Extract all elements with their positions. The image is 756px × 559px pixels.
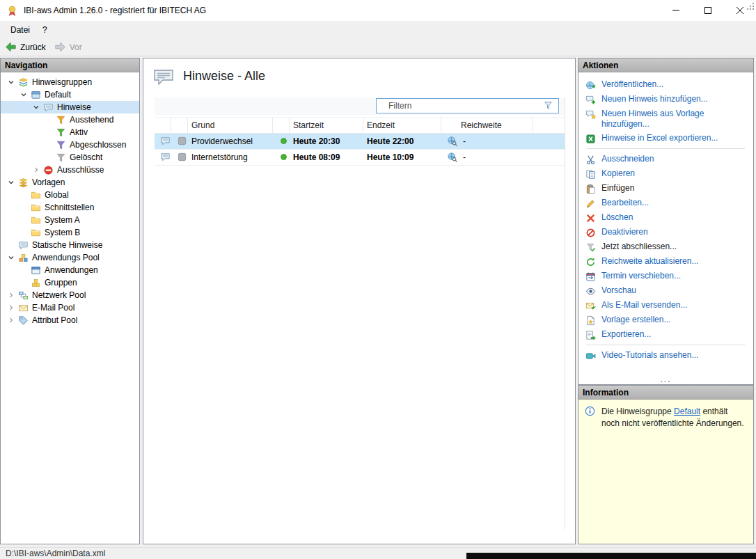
chevron-spacer (42, 139, 55, 150)
back-button[interactable]: Zurück (5, 41, 46, 53)
tree-item-schnittstellen[interactable]: Schnittstellen (1, 201, 139, 214)
column-header-icon[interactable] (155, 118, 171, 133)
action-bearbeiten[interactable]: Bearbeiten... (585, 196, 753, 210)
menu-help[interactable]: ? (36, 22, 54, 38)
tree-item-anwendungs-pool[interactable]: Anwendungs Pool (1, 251, 139, 264)
action-exportieren[interactable]: Exportieren... (585, 327, 753, 342)
templates-icon (17, 177, 29, 188)
tree-item-label: Hinweisgruppen (32, 77, 92, 87)
status-active-icon (278, 152, 290, 163)
action-als-e-mail-versenden[interactable]: Als E-Mail versenden... (585, 298, 753, 313)
tree-item-label: Ausstehend (70, 115, 113, 125)
column-header-icon[interactable] (273, 118, 290, 133)
folder-icon (30, 227, 42, 238)
information-panel: Information Die Hinweisgruppe Default en… (578, 385, 754, 544)
preview-icon (585, 285, 597, 297)
hint-row-internetstorung[interactable]: InternetstörungHeute 08:09Heute 10:09- (155, 150, 565, 166)
tree-item-e-mail-pool[interactable]: E-Mail Pool (1, 301, 139, 314)
hint-row-providerwechsel[interactable]: ProviderwechselHeute 20:30Heute 22:00- (155, 134, 565, 150)
no-entry-icon (42, 164, 54, 175)
close-icon (737, 7, 743, 14)
chevron-right-icon[interactable] (5, 315, 17, 326)
action-einfugen[interactable]: Einfügen (585, 181, 753, 196)
chevron-down-icon[interactable] (5, 252, 17, 263)
tree-item-default[interactable]: Default (1, 88, 139, 101)
status-cell (273, 134, 290, 149)
action-label: Löschen (601, 212, 633, 223)
column-header-startzeit[interactable]: Startzeit (290, 118, 363, 133)
edit-icon (585, 198, 597, 209)
status-cell (273, 150, 290, 165)
tree-item-gruppen[interactable]: Gruppen (1, 276, 139, 289)
chevron-right-icon[interactable] (5, 290, 17, 301)
chevron-spacer (17, 189, 30, 200)
mail-icon (17, 302, 29, 313)
tree-item-ausstehend[interactable]: Ausstehend (1, 113, 139, 126)
tree-item-netzwerk-pool[interactable]: Netzwerk Pool (1, 289, 139, 301)
action-veroffentlichen[interactable]: Veröffentlichen... (585, 77, 753, 92)
app-icon (6, 5, 18, 17)
actions-panel: Aktionen Veröffentlichen...Neuen Hinweis… (578, 58, 754, 385)
refresh-icon (585, 256, 597, 267)
reschedule-icon (585, 271, 597, 282)
column-header-reichweite[interactable]: Reichweite (441, 118, 533, 133)
tree-item-vorlagen[interactable]: Vorlagen (1, 176, 139, 189)
tree-item-hinweise[interactable]: Hinweise (1, 101, 139, 113)
minimize-button[interactable] (660, 0, 692, 22)
chevron-right-icon[interactable] (5, 302, 17, 313)
tree-item-attribut-pool[interactable]: Attribut Pool (1, 314, 139, 326)
tree-item-abgeschlossen[interactable]: Abgeschlossen (1, 139, 139, 151)
action-vorlage-erstellen[interactable]: Vorlage erstellen... (585, 313, 753, 327)
tree-item-label: Gruppen (45, 278, 77, 288)
action-label: Reichweite aktualisieren... (601, 256, 698, 267)
actions-overflow[interactable]: ... (578, 375, 753, 384)
tree-item-label: Anwendungs Pool (32, 253, 100, 262)
action-hinweise-in-excel-exportieren[interactable]: Hinweise in Excel exportieren... (585, 131, 753, 145)
action-neuen-hinweis-hinzufugen[interactable]: Neuen Hinweis hinzufügen... (585, 92, 753, 107)
action-video-tutorials-ansehen[interactable]: Video-Tutorials ansehen... (585, 348, 753, 363)
action-jetzt-abschliessen[interactable]: Jetzt abschliessen... (585, 239, 753, 254)
send-mail-icon (585, 300, 597, 311)
tree-item-label: Anwendungen (45, 265, 98, 275)
action-loschen[interactable]: Löschen (585, 210, 753, 225)
tree-item-label: Vorlagen (32, 178, 65, 187)
maximize-button[interactable] (692, 0, 724, 22)
chevron-down-icon[interactable] (30, 102, 42, 113)
default-group-link[interactable]: Default (674, 407, 700, 416)
chevron-down-icon[interactable] (5, 77, 17, 88)
chevron-down-icon[interactable] (17, 89, 30, 100)
action-termin-verschieben[interactable]: Termin verschieben... (585, 269, 753, 283)
column-header-endzeit[interactable]: Endzeit (363, 118, 441, 133)
tree-item-global[interactable]: Global (1, 189, 139, 201)
menu-datei[interactable]: Datei (4, 22, 36, 38)
column-header-icon[interactable] (171, 118, 188, 133)
tree-item-aktiv[interactable]: Aktiv (1, 126, 139, 139)
action-neuen-hinweis-aus-vorlage-hinzufugen[interactable]: Neuen Hinweis aus Vorlage hinzufügen... (585, 107, 753, 131)
column-header-grund[interactable]: Grund (188, 118, 273, 133)
action-vorschau[interactable]: Vorschau (585, 283, 753, 298)
chevron-down-icon[interactable] (5, 177, 17, 188)
funnel-violet-icon (55, 139, 67, 150)
action-deaktivieren[interactable]: Deaktivieren (585, 225, 753, 239)
folder-icon (30, 214, 42, 226)
action-reichweite-aktualisieren[interactable]: Reichweite aktualisieren... (585, 254, 753, 269)
app-window: IBI-aws Admin 1.26.0 - registriert für I… (0, 0, 756, 559)
tree-item-system-a[interactable]: System A (1, 214, 139, 226)
filter-funnel-icon[interactable] (543, 100, 556, 111)
tree-item-hinweisgruppen[interactable]: Hinweisgruppen (1, 76, 139, 88)
resize-grip-icon[interactable] (747, 2, 754, 9)
tree-item-label: Schnittstellen (45, 203, 94, 212)
filter-input[interactable] (377, 101, 543, 111)
tree-item-system-b[interactable]: System B (1, 226, 139, 239)
tree-item-ausschlusse[interactable]: Ausschlüsse (1, 164, 139, 176)
action-label: Kopieren (601, 168, 635, 179)
tree-item-anwendungen[interactable]: Anwendungen (1, 264, 139, 276)
tree-item-statische-hinweise[interactable]: Statische Hinweise (1, 239, 139, 251)
tree-item-geloscht[interactable]: Gelöscht (1, 151, 139, 164)
action-ausschneiden[interactable]: Ausschneiden (585, 152, 753, 166)
action-kopieren[interactable]: Kopieren (585, 166, 753, 181)
chevron-right-icon[interactable] (30, 164, 42, 175)
forward-button[interactable]: Vor (54, 41, 82, 53)
actions-panel-header: Aktionen (578, 58, 753, 72)
tree-item-label: Gelöscht (70, 152, 102, 162)
